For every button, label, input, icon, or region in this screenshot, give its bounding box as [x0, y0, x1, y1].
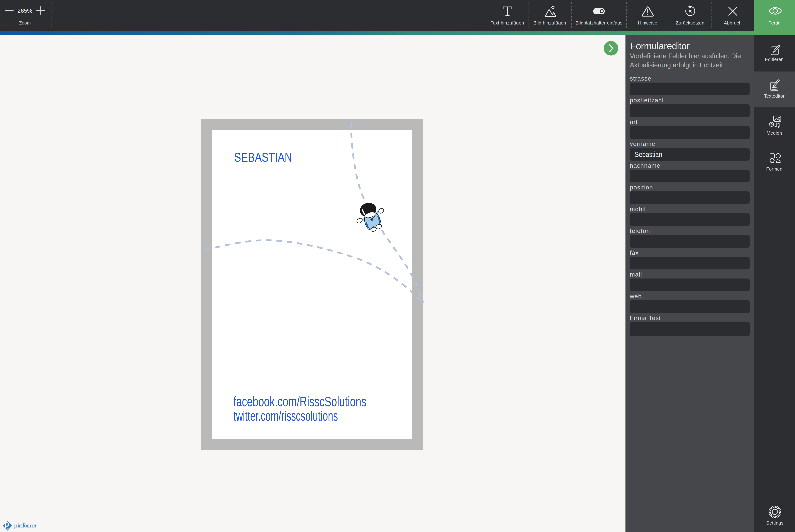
svg-text:printformer: printformer: [14, 522, 37, 529]
